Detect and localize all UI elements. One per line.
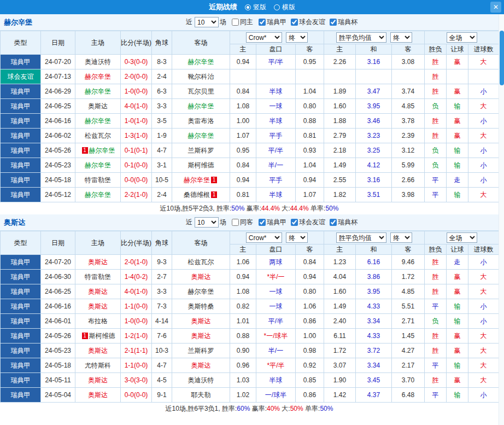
close-button[interactable]: ✕ [490,2,501,13]
match-date: 24-07-20 [41,55,75,69]
europe-avg-select[interactable]: 胜平负均值 [336,232,386,243]
competition-checkbox[interactable] [330,219,337,226]
result-goals: 小 [468,158,499,173]
near-count-select[interactable]: 10 [195,17,219,27]
corner-score: 7-6 [152,329,172,344]
eu-draw-odds: 3.72 [356,344,392,358]
red-card-badge: 1 [211,191,217,198]
result-goals: 大 [468,284,499,299]
summary-segment: 60% [237,405,250,412]
competition-checkbox[interactable] [259,19,266,26]
eu-draw-odds [356,69,392,84]
eu-home-odds: 2.40 [324,314,356,329]
ah-line: 半球 [256,114,296,129]
corner-score: 8-3 [152,55,172,69]
match-date: 24-05-23 [41,158,75,173]
same-venue-checkbox[interactable] [232,19,239,26]
result-wdl: 平 [425,388,447,403]
match-type: 瑞典甲 [1,84,41,99]
final-odds-select[interactable]: 终 [286,232,308,243]
team-name: 奥斯达 [88,288,108,295]
corner-score: 9-1 [152,388,172,403]
result-handicap: 输 [447,158,468,173]
europe-avg-select[interactable]: 胜平负均值 [336,32,386,43]
eu-away-odds: 5.51 [392,299,425,314]
eu-away-odds: 4.85 [392,99,425,114]
odds-company-select[interactable]: Crow* [246,232,282,243]
radio-horizontal-layout[interactable]: 横版 [274,3,295,12]
col-away: 客场 [172,31,230,55]
col-eu-away: 客 [392,44,425,55]
competition-filter[interactable]: 瑞典甲 [254,18,286,27]
competition-filter[interactable]: 瑞典杯 [325,18,358,27]
radio-vertical-layout[interactable]: 竖版 [245,3,266,12]
home-team: 特雷勒堡 [75,270,121,284]
home-team: 1斯柯维德 [75,329,121,344]
competition-filter[interactable]: 球会友谊 [286,18,325,27]
match-row: 瑞典甲 24-05-12 赫尔辛堡 2-2(1-0) 2-4 桑德维根1 0.8… [1,188,499,202]
result-wdl: 胜 [425,129,447,143]
same-venue-filter[interactable]: 同主 [227,18,253,27]
final-odds-select[interactable]: 终 [390,32,412,43]
competition-filter[interactable]: 瑞典杯 [325,218,358,227]
ah-away-odds: 1.04 [296,158,324,173]
final-odds-select[interactable]: 终 [390,232,412,243]
competition-checkbox[interactable] [330,19,337,26]
competition-checkbox[interactable] [259,219,266,226]
match-date: 24-06-16 [41,114,75,129]
ah-away-odds: 0.98 [296,344,324,358]
competition-label: 瑞典杯 [338,18,358,27]
match-score: 1-2(1-0) [121,329,152,344]
competition-filter[interactable]: 瑞典甲 [254,218,286,227]
home-team: 奥斯达 [75,255,121,270]
scope-select[interactable]: 全场 [447,232,477,243]
red-card-badge: 1 [211,177,217,183]
eu-away-odds: 1.72 [392,270,425,284]
near-label: 近 [186,218,192,227]
competition-checkbox[interactable] [291,219,298,226]
away-team: 松兹瓦尔 [172,255,230,270]
record-summary: 近10场,胜5平2负3, 胜率:50% 赢率:44.4% 大:44.4% 单率:… [0,202,499,214]
near-count-select[interactable]: 10 [195,217,219,228]
team-name: 赫尔辛堡 [85,161,111,169]
same-venue-filter[interactable]: 同客 [227,218,253,227]
team-name: 奥迪沃特 [85,58,111,66]
corner-score: 2-4 [152,69,172,84]
eu-home-odds: 2.55 [324,173,356,188]
eu-home-odds: 2.79 [324,129,356,143]
eu-away-odds: 6.48 [392,388,425,403]
main-content: 赫尔辛堡 近 10 场 同主 瑞典甲球会友谊瑞典杯 类型 [0,14,499,415]
match-row: 瑞典甲 24-05-23 赫尔辛堡 0-1(0-0) 3-1 斯柯维德 0.84… [1,158,499,173]
match-type: 瑞典甲 [1,299,41,314]
match-score: 0-0(0-0) [121,173,152,188]
eu-home-odds [324,69,356,84]
team-name: 奥斯达 [88,258,108,266]
scope-select[interactable]: 全场 [447,32,477,43]
eu-away-odds [392,69,425,84]
match-date: 24-06-25 [41,284,75,299]
scrollbar-track[interactable] [499,14,504,425]
team-name: 奥斯特桑 [188,302,214,310]
eu-draw-odds: 3.47 [356,84,392,99]
result-handicap: 赢 [447,55,468,69]
team-section-osters: 奥斯达 近 10 场 同客 瑞典甲球会友谊瑞典杯 类型 [0,214,499,415]
match-date: 24-05-26 [41,329,75,344]
eu-home-odds: 1.89 [324,84,356,99]
ah-away-odds: 1.00 [296,329,324,344]
odds-company-select[interactable]: Crow* [246,32,282,43]
scrollbar-thumb[interactable] [500,31,504,85]
eu-away-odds: 2.71 [392,314,425,329]
summary-segment: 近10场,胜6平3负1, 胜率: [166,404,237,414]
final-odds-select[interactable]: 终 [286,32,308,43]
eu-draw-odds: 3.51 [356,188,392,202]
ah-line: 一/球半 [256,388,296,403]
eu-draw-odds: 3.45 [356,373,392,388]
away-team: 奥斯达 [172,329,230,344]
eu-away-odds: 3.78 [392,114,425,129]
competition-filter[interactable]: 球会友谊 [286,218,325,227]
result-wdl: 负 [425,99,447,114]
corner-score: 2-7 [152,270,172,284]
match-score: 1-0(0-0) [121,84,152,99]
competition-checkbox[interactable] [291,19,298,26]
same-venue-checkbox[interactable] [232,219,239,226]
